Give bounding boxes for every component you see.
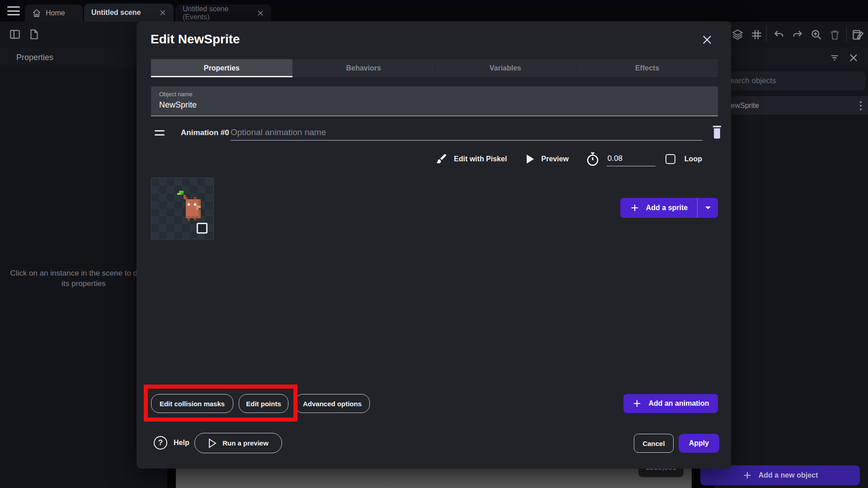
loop-checkbox[interactable] bbox=[665, 154, 675, 164]
properties-empty-message: Click on an instance in the scene to dis… bbox=[9, 268, 158, 289]
delete-animation-icon[interactable] bbox=[711, 125, 723, 139]
home-icon bbox=[32, 9, 41, 18]
edit-points-button[interactable]: Edit points bbox=[239, 394, 288, 413]
tab-label: Untitled scene bbox=[91, 9, 141, 17]
tab-behaviors[interactable]: Behaviors bbox=[292, 59, 434, 77]
add-sprite-button[interactable]: Add a sprite bbox=[620, 198, 718, 218]
tab-effects[interactable]: Effects bbox=[576, 59, 718, 77]
play-icon bbox=[526, 154, 535, 164]
paintbrush-icon bbox=[435, 153, 448, 165]
properties-panel-title: Properties bbox=[16, 53, 53, 62]
close-tab-icon[interactable] bbox=[159, 9, 166, 16]
add-animation-button[interactable]: Add an animation bbox=[623, 394, 718, 413]
zoom-in-icon[interactable] bbox=[810, 28, 822, 41]
objects-panel: NewSprite Add a new object bbox=[714, 47, 868, 488]
object-name-label: Object name bbox=[159, 91, 710, 98]
stopwatch-icon bbox=[586, 152, 599, 166]
time-between-frames-input[interactable] bbox=[607, 152, 656, 166]
undo-icon[interactable] bbox=[773, 28, 785, 41]
edit-collision-masks-button[interactable]: Edit collision masks bbox=[151, 394, 233, 413]
advanced-options-button[interactable]: Advanced options bbox=[295, 394, 370, 413]
animation-title: Animation #0 bbox=[181, 128, 229, 137]
dialog-title: Edit NewSprite bbox=[151, 32, 240, 47]
edit-sprite-dialog: Edit NewSprite Properties Behaviors Vari… bbox=[137, 21, 731, 469]
objects-panel-header bbox=[714, 47, 868, 68]
question-circle-icon: ? bbox=[154, 436, 167, 450]
grid-icon[interactable] bbox=[750, 28, 763, 41]
tab-label: Untitled scene (Events) bbox=[183, 5, 252, 21]
tab-home[interactable]: Home bbox=[25, 5, 83, 22]
tab-untitled-scene[interactable]: Untitled scene bbox=[84, 4, 174, 22]
loop-label: Loop bbox=[684, 155, 702, 163]
toolbar-divider bbox=[766, 26, 767, 42]
file-icon[interactable] bbox=[28, 28, 40, 41]
window-tab-bar: Home Untitled scene Untitled scene (Even… bbox=[0, 0, 868, 22]
tab-untitled-scene-events[interactable]: Untitled scene (Events) bbox=[175, 5, 271, 22]
sprite-select-checkbox[interactable] bbox=[197, 223, 208, 234]
object-list-item[interactable]: NewSprite bbox=[717, 96, 868, 115]
kebab-menu-icon[interactable] bbox=[860, 101, 862, 110]
chevron-down-icon bbox=[704, 206, 712, 210]
edit-with-piskel-button[interactable]: Edit with Piskel bbox=[435, 153, 507, 165]
tab-label: Home bbox=[46, 9, 65, 17]
preview-button[interactable]: Preview bbox=[526, 154, 568, 164]
animation-row: Animation #0 bbox=[151, 123, 718, 143]
object-name-field[interactable]: Object name NewSprite bbox=[151, 86, 718, 116]
help-button[interactable]: ? Help bbox=[154, 434, 189, 452]
add-sprite-dropdown[interactable] bbox=[697, 198, 718, 218]
run-preview-button[interactable]: Run a preview bbox=[194, 433, 282, 453]
sprite-thumbnail[interactable] bbox=[151, 178, 214, 239]
close-tab-icon[interactable] bbox=[257, 9, 264, 17]
edit-scene-icon[interactable] bbox=[852, 28, 864, 41]
search-objects-input[interactable] bbox=[718, 71, 865, 90]
trash-icon[interactable] bbox=[829, 28, 841, 41]
plus-icon bbox=[632, 399, 642, 408]
drag-handle[interactable] bbox=[155, 130, 165, 136]
plus-icon bbox=[630, 203, 640, 213]
play-outline-icon bbox=[208, 438, 217, 448]
main-menu-icon[interactable] bbox=[7, 6, 20, 15]
animation-name-input[interactable] bbox=[231, 124, 703, 141]
tab-properties[interactable]: Properties bbox=[151, 59, 292, 77]
cancel-button[interactable]: Cancel bbox=[634, 434, 674, 453]
tab-variables[interactable]: Variables bbox=[434, 59, 576, 77]
panels-icon[interactable] bbox=[9, 28, 21, 41]
pig-sprite-image bbox=[175, 191, 205, 227]
filter-icon[interactable] bbox=[830, 53, 840, 63]
object-name-value: NewSprite bbox=[159, 100, 710, 110]
plus-icon bbox=[742, 470, 752, 480]
layers-icon[interactable] bbox=[731, 28, 744, 41]
close-panel-icon[interactable] bbox=[848, 52, 859, 63]
dialog-tab-bar: Properties Behaviors Variables Effects bbox=[151, 59, 718, 77]
apply-button[interactable]: Apply bbox=[679, 434, 719, 453]
animation-controls-row: Edit with Piskel Preview Loop bbox=[435, 149, 702, 169]
redo-icon[interactable] bbox=[791, 28, 803, 41]
toolbar-divider bbox=[846, 26, 847, 42]
close-dialog-icon[interactable] bbox=[701, 33, 713, 46]
